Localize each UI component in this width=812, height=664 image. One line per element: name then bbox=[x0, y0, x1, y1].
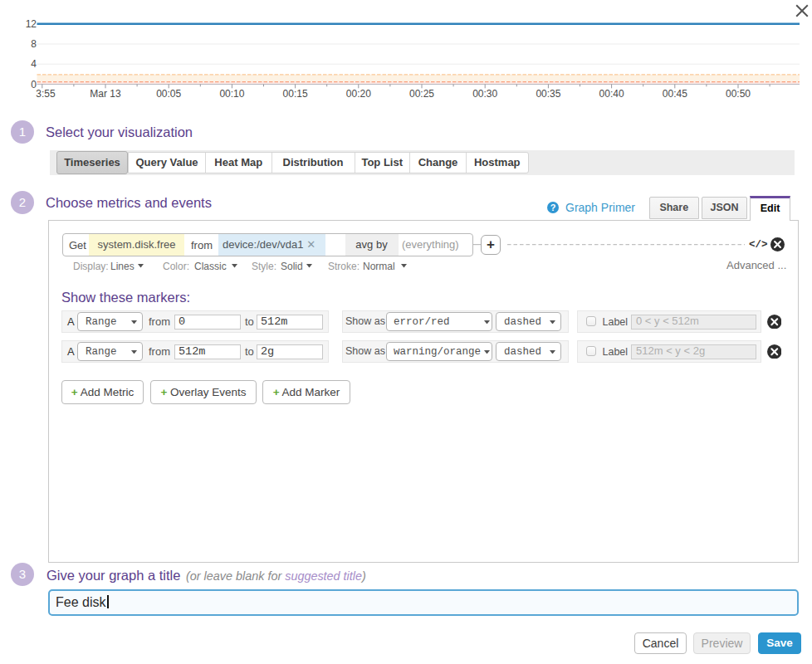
svg-text:00:30: 00:30 bbox=[472, 88, 497, 100]
svg-text:00:50: 00:50 bbox=[726, 88, 751, 100]
svg-text:12: 12 bbox=[26, 18, 37, 30]
svg-text:00:10: 00:10 bbox=[219, 88, 244, 100]
svg-text:00:35: 00:35 bbox=[536, 88, 560, 100]
svg-text:00:45: 00:45 bbox=[663, 88, 687, 100]
svg-text:00:05: 00:05 bbox=[156, 88, 181, 100]
svg-text:3:55: 3:55 bbox=[36, 88, 56, 100]
svg-text:00:15: 00:15 bbox=[283, 88, 308, 100]
svg-text:00:25: 00:25 bbox=[409, 88, 434, 100]
svg-text:8: 8 bbox=[31, 38, 37, 50]
svg-text:Mar 13: Mar 13 bbox=[90, 88, 121, 100]
svg-text:00:20: 00:20 bbox=[346, 88, 371, 100]
svg-text:0: 0 bbox=[31, 79, 37, 90]
svg-text:4: 4 bbox=[31, 58, 37, 70]
svg-text:00:40: 00:40 bbox=[599, 88, 624, 100]
